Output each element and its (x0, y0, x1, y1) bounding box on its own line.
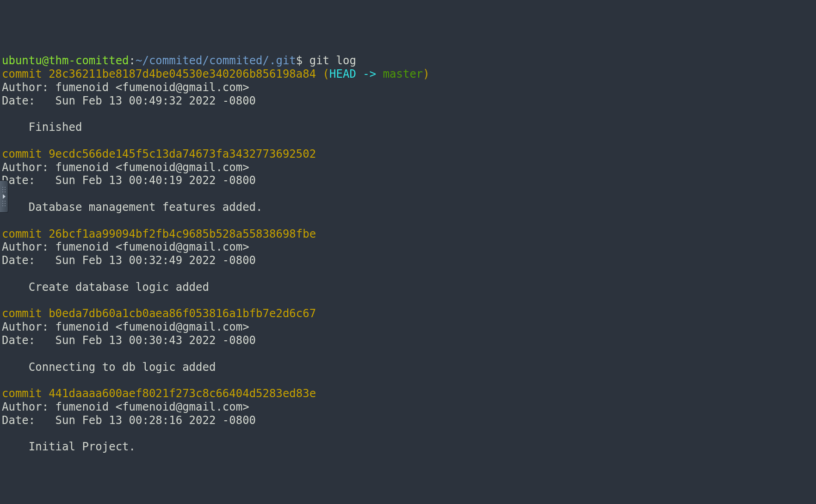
author-value: fumenoid <fumenoid@gmail.com> (56, 320, 249, 333)
grip-dots-icon (2, 187, 6, 192)
date-label: Date: (2, 254, 56, 267)
grip-dots-icon (2, 201, 6, 206)
commit-hash: 28c36211be8187d4be04530e340206b856198a84 (49, 68, 316, 80)
author-value: fumenoid <fumenoid@gmail.com> (56, 81, 249, 94)
author-label: Author: (2, 400, 56, 413)
date-label: Date: (2, 174, 56, 187)
date-label: Date: (2, 414, 56, 427)
prompt-dollar: $ (296, 54, 303, 67)
head-ref: HEAD -> (329, 68, 383, 80)
commit-label: commit (2, 148, 49, 160)
prompt-colon: : (129, 54, 136, 67)
date-value: Sun Feb 13 00:49:32 2022 -0800 (56, 94, 256, 107)
commit-message-indent (2, 121, 29, 134)
author-label: Author: (2, 320, 56, 333)
prompt-user: ubuntu (2, 54, 42, 67)
commit-message: Initial Project. (29, 440, 136, 453)
panel-expand-handle[interactable] (0, 180, 8, 213)
commit-message: Connecting to db logic added (29, 361, 216, 374)
author-value: fumenoid <fumenoid@gmail.com> (56, 400, 249, 413)
commit-label: commit (2, 227, 49, 240)
commit-hash: 9ecdc566de145f5c13da74673fa3432773692502 (49, 148, 316, 160)
commit-message-indent (2, 361, 29, 374)
author-value: fumenoid <fumenoid@gmail.com> (56, 240, 249, 253)
date-value: Sun Feb 13 00:28:16 2022 -0800 (56, 414, 256, 427)
commit-hash: 441daaaa600aef8021f273c8c66404d5283ed83e (49, 387, 316, 400)
author-label: Author: (2, 240, 56, 253)
prompt-at: @ (42, 54, 49, 67)
author-label: Author: (2, 161, 56, 174)
date-label: Date: (2, 94, 56, 107)
commit-hash: b0eda7db60a1cb0aea86f053816a1bfb7e2d6c67 (49, 307, 316, 320)
date-value: Sun Feb 13 00:32:49 2022 -0800 (56, 254, 256, 267)
date-value: Sun Feb 13 00:30:43 2022 -0800 (56, 334, 256, 347)
prompt-path: ~/commited/commited/.git (136, 54, 296, 67)
date-label: Date: (2, 334, 56, 347)
commit-message: Finished (29, 121, 82, 134)
prompt-host: thm-comitted (49, 54, 129, 67)
commit-label: commit (2, 307, 49, 320)
author-label: Author: (2, 81, 56, 94)
commit-hash: 26bcf1aa99094bf2fb4c9685b528a55838698fbe (49, 227, 316, 240)
branch-name: master (383, 68, 423, 80)
command-text: git log (309, 54, 356, 67)
chevron-right-icon (3, 194, 6, 199)
commit-message-indent (2, 440, 29, 453)
terminal-output[interactable]: ubuntu@thm-comitted:~/commited/commited/… (2, 54, 814, 454)
ref-open-paren: ( (316, 68, 329, 80)
commit-message-indent (2, 281, 29, 294)
commit-message: Database management features added. (29, 201, 263, 214)
ref-close-paren: ) (423, 68, 429, 80)
commit-label: commit (2, 387, 49, 400)
commit-label: commit (2, 68, 49, 80)
date-value: Sun Feb 13 00:40:19 2022 -0800 (56, 174, 256, 187)
author-value: fumenoid <fumenoid@gmail.com> (56, 161, 249, 174)
commit-message: Create database logic added (29, 281, 209, 294)
